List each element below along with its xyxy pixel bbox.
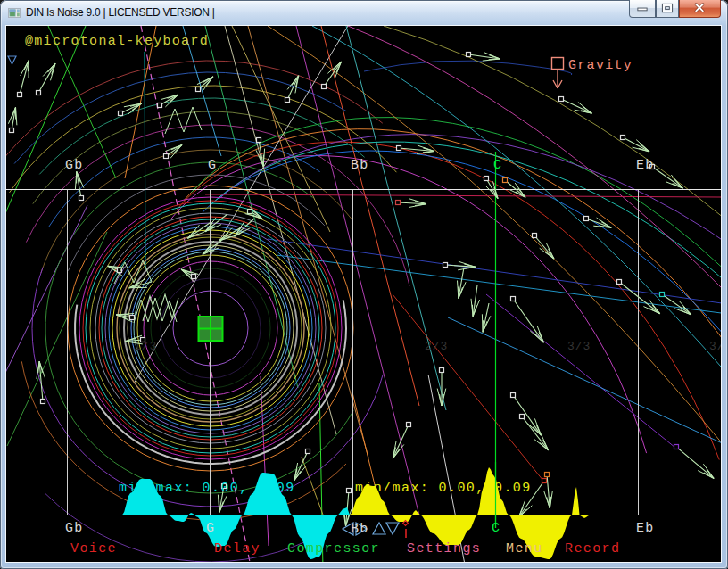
svg-text:3/: 3/ <box>709 340 721 353</box>
svg-text:G: G <box>208 158 217 173</box>
svg-text:C: C <box>492 521 500 536</box>
svg-text:Menu: Menu <box>506 541 543 557</box>
svg-text:1/3: 1/3 <box>134 340 157 353</box>
svg-text:C: C <box>493 158 502 173</box>
svg-text:Eb: Eb <box>636 158 654 173</box>
svg-text:3/3: 3/3 <box>567 340 591 353</box>
svg-text:Bb: Bb <box>351 522 368 537</box>
svg-text:Settings: Settings <box>407 541 481 557</box>
svg-text:@microtonal-keyboard: @microtonal-keyboard <box>25 34 209 49</box>
svg-text:G: G <box>206 521 215 536</box>
svg-text:Eb: Eb <box>636 521 654 536</box>
svg-text:2/3: 2/3 <box>425 340 448 353</box>
svg-text:Bb: Bb <box>351 158 368 173</box>
svg-text:Voice: Voice <box>70 541 117 557</box>
svg-text:Gb: Gb <box>65 158 83 173</box>
svg-text:Delay: Delay <box>214 541 261 557</box>
svg-text:Gb: Gb <box>65 521 83 536</box>
svg-text:Compressor: Compressor <box>287 541 380 557</box>
svg-text:min/max: 0.00, 0.09: min/max: 0.00, 0.09 <box>355 481 532 496</box>
svg-text:Record: Record <box>565 541 620 557</box>
svg-text:Gravity: Gravity <box>568 58 633 73</box>
